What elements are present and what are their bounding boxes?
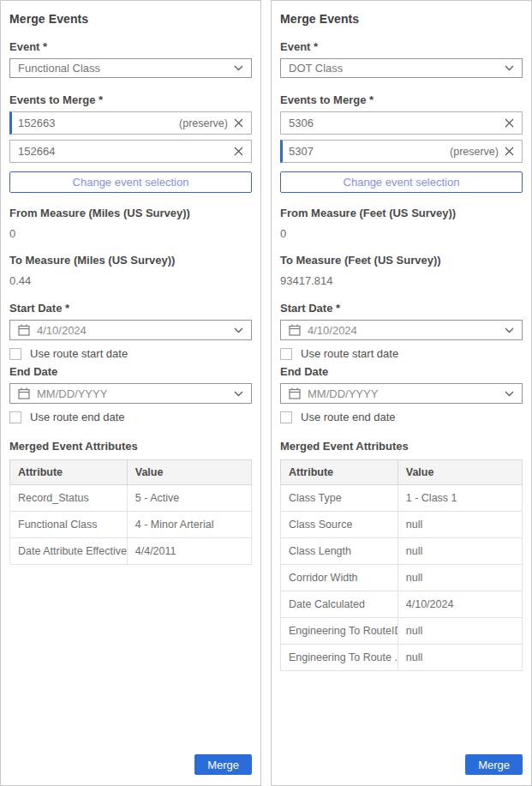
event-id: 5306 bbox=[289, 117, 314, 129]
panel-footer: Merge bbox=[280, 754, 523, 775]
event-label: Event * bbox=[9, 40, 252, 53]
event-label: Event * bbox=[280, 40, 523, 53]
attribute-cell: Class Type bbox=[281, 485, 398, 512]
attribute-cell: Date Calculated bbox=[281, 591, 398, 618]
attribute-cell: Engineering To RouteID bbox=[281, 618, 398, 645]
merge-event-item[interactable]: 152663 (preserve) bbox=[9, 111, 252, 135]
start-date-input[interactable]: 4/10/2024 bbox=[280, 320, 523, 340]
table-row: Class Source null bbox=[281, 512, 523, 538]
events-to-merge-label: Events to Merge * bbox=[280, 93, 523, 106]
change-event-selection-button[interactable]: Change event selection bbox=[280, 171, 523, 193]
value-cell: null bbox=[398, 645, 522, 671]
preserve-badge: (preserve) bbox=[450, 146, 499, 158]
close-icon bbox=[505, 118, 514, 128]
table-row: Class Type 1 - Class 1 bbox=[281, 485, 523, 512]
event-select[interactable]: Functional Class bbox=[9, 58, 252, 78]
calendar-icon bbox=[18, 387, 30, 399]
attribute-cell: Class Source bbox=[281, 512, 398, 538]
use-route-start-date-checkbox[interactable] bbox=[9, 348, 21, 360]
start-date-value: 4/10/2024 bbox=[37, 324, 227, 337]
chevron-down-icon bbox=[234, 65, 243, 71]
attribute-cell: Record_Status bbox=[10, 485, 128, 512]
to-measure-value: 93417.814 bbox=[280, 274, 523, 287]
start-date-label: Start Date * bbox=[280, 302, 523, 315]
table-header-row: Attribute Value bbox=[10, 460, 252, 485]
merge-event-item[interactable]: 152664 bbox=[9, 140, 252, 163]
remove-event-button[interactable] bbox=[505, 147, 514, 156]
value-cell: null bbox=[398, 512, 522, 538]
event-select[interactable]: DOT Class bbox=[280, 58, 523, 78]
merge-button[interactable]: Merge bbox=[194, 754, 252, 775]
attribute-header: Attribute bbox=[281, 460, 398, 485]
attribute-cell: Date Attribute Effective bbox=[10, 538, 128, 565]
close-icon bbox=[234, 118, 243, 128]
use-route-start-date-label: Use route start date bbox=[301, 347, 398, 360]
table-row: Class Length null bbox=[281, 538, 523, 565]
value-cell: null bbox=[398, 538, 522, 565]
value-header: Value bbox=[398, 460, 522, 485]
event-id: 5307 bbox=[289, 145, 314, 158]
panel-footer: Merge bbox=[9, 754, 252, 775]
event-select-value: Functional Class bbox=[18, 62, 100, 75]
use-route-start-date-row: Use route start date bbox=[9, 347, 252, 360]
merge-event-item[interactable]: 5306 bbox=[280, 111, 523, 135]
use-route-end-date-label: Use route end date bbox=[30, 411, 125, 423]
from-measure-value: 0 bbox=[9, 227, 252, 240]
merged-attributes-table: Attribute Value Record_Status 5 - Active… bbox=[9, 459, 252, 565]
value-cell: 5 - Active bbox=[127, 485, 251, 512]
preserve-badge: (preserve) bbox=[179, 117, 228, 129]
chevron-down-icon bbox=[505, 327, 514, 333]
table-row: Corridor Width null bbox=[281, 565, 523, 591]
merged-attributes-label: Merged Event Attributes bbox=[9, 440, 252, 453]
start-date-input[interactable]: 4/10/2024 bbox=[9, 320, 252, 340]
merge-event-item[interactable]: 5307 (preserve) bbox=[280, 140, 523, 163]
page-title: Merge Events bbox=[280, 12, 523, 26]
chevron-down-icon bbox=[234, 327, 243, 333]
merged-attributes-label: Merged Event Attributes bbox=[280, 440, 523, 453]
from-measure-label: From Measure (Feet (US Survey)) bbox=[280, 207, 523, 219]
end-date-input[interactable]: MM/DD/YYYY bbox=[9, 383, 252, 404]
use-route-start-date-label: Use route start date bbox=[30, 347, 128, 360]
event-id: 152663 bbox=[18, 117, 55, 129]
use-route-start-date-row: Use route start date bbox=[280, 347, 523, 360]
end-date-value: MM/DD/YYYY bbox=[37, 387, 227, 400]
use-route-start-date-checkbox[interactable] bbox=[280, 348, 292, 360]
change-event-selection-button[interactable]: Change event selection bbox=[9, 171, 252, 193]
event-id: 152664 bbox=[18, 145, 55, 158]
from-measure-value: 0 bbox=[280, 227, 523, 240]
use-route-end-date-checkbox[interactable] bbox=[9, 411, 21, 423]
remove-event-button[interactable] bbox=[234, 147, 243, 156]
start-date-value: 4/10/2024 bbox=[308, 324, 498, 337]
to-measure-label: To Measure (Miles (US Survey)) bbox=[9, 254, 252, 267]
value-cell: null bbox=[398, 618, 522, 645]
use-route-end-date-row: Use route end date bbox=[9, 411, 252, 423]
attribute-cell: Engineering To Route ... bbox=[281, 645, 398, 671]
end-date-label: End Date bbox=[280, 365, 523, 378]
page-title: Merge Events bbox=[9, 12, 252, 26]
merge-button[interactable]: Merge bbox=[465, 754, 523, 775]
value-header: Value bbox=[127, 460, 251, 485]
close-icon bbox=[234, 147, 243, 156]
table-row: Date Calculated 4/10/2024 bbox=[281, 591, 523, 618]
table-header-row: Attribute Value bbox=[281, 460, 523, 485]
table-row: Engineering To Route ... null bbox=[281, 645, 523, 671]
remove-event-button[interactable] bbox=[505, 118, 514, 128]
start-date-label: Start Date * bbox=[9, 302, 252, 315]
remove-event-button[interactable] bbox=[234, 118, 243, 128]
end-date-label: End Date bbox=[9, 365, 252, 378]
use-route-end-date-checkbox[interactable] bbox=[280, 411, 292, 423]
event-select-value: DOT Class bbox=[289, 62, 343, 75]
use-route-end-date-label: Use route end date bbox=[301, 411, 396, 423]
end-date-value: MM/DD/YYYY bbox=[308, 387, 498, 400]
calendar-icon bbox=[289, 387, 301, 399]
end-date-input[interactable]: MM/DD/YYYY bbox=[280, 383, 523, 404]
calendar-icon bbox=[18, 324, 30, 336]
attribute-header: Attribute bbox=[10, 460, 128, 485]
from-measure-label: From Measure (Miles (US Survey)) bbox=[9, 207, 252, 219]
use-route-end-date-row: Use route end date bbox=[280, 411, 523, 423]
attribute-cell: Corridor Width bbox=[281, 565, 398, 591]
chevron-down-icon bbox=[505, 391, 514, 397]
value-cell: null bbox=[398, 565, 522, 591]
merged-attributes-table: Attribute Value Class Type 1 - Class 1 C… bbox=[280, 459, 523, 671]
value-cell: 4/4/2011 bbox=[127, 538, 251, 565]
